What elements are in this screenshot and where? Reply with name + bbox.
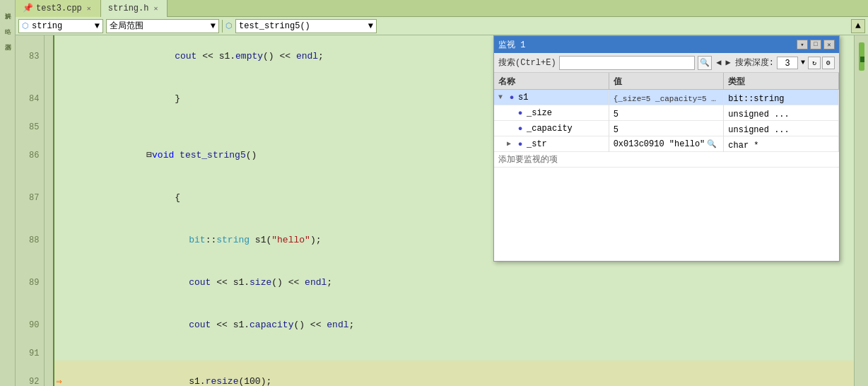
left-sidebar: 解决 略 测器 bbox=[0, 0, 16, 386]
search-nav: ◀ ▶ bbox=[715, 57, 732, 68]
search-prev-btn[interactable]: ◀ bbox=[715, 57, 722, 68]
depth-label: 搜索深度: bbox=[735, 57, 774, 69]
header-type: 类型 bbox=[724, 73, 839, 90]
function-dropdown[interactable]: test_string5() ▼ bbox=[235, 19, 377, 33]
tab-bar: 📌 test3.cpp ✕ string.h ✕ bbox=[16, 0, 868, 17]
watch-cell-type-capacity: unsigned ... bbox=[724, 121, 839, 136]
watch-title-text: 监视 1 bbox=[498, 39, 525, 51]
dropdown-arrow-2: ▼ bbox=[211, 21, 216, 31]
tab-close-icon-2[interactable]: ✕ bbox=[151, 4, 160, 13]
expand-triangle-s1[interactable]: ▼ bbox=[498, 90, 505, 105]
tab-pin-icon: 📌 bbox=[23, 3, 33, 13]
scope-icon: ⬡ bbox=[22, 21, 29, 30]
line-code: s1.resize(100); bbox=[64, 361, 854, 386]
search-input[interactable] bbox=[559, 56, 696, 70]
search-label: 搜索(Ctrl+E) bbox=[498, 57, 556, 69]
right-scrollbar[interactable] bbox=[854, 35, 868, 386]
header-value: 值 bbox=[609, 73, 725, 90]
breakpoint-area bbox=[54, 177, 64, 219]
watch-close-btn[interactable]: ✕ bbox=[823, 40, 835, 49]
depth-input[interactable] bbox=[777, 57, 798, 69]
line-number: 90 bbox=[16, 304, 44, 346]
watch-add-row[interactable]: 添加要监视的项 bbox=[494, 152, 839, 168]
line-indent bbox=[44, 134, 54, 177]
line-number: 83 bbox=[16, 35, 44, 78]
line-number: 89 bbox=[16, 262, 44, 304]
global-scope-dropdown[interactable]: 全局范围 ▼ bbox=[106, 19, 219, 33]
settings-button[interactable]: ⚙ bbox=[822, 57, 835, 69]
watch-icon-s1: ● bbox=[507, 93, 517, 103]
watch-cell-name-s1: ▼ ● s1 bbox=[494, 90, 609, 105]
line-number: 88 bbox=[16, 219, 44, 262]
watch-row-str[interactable]: ▶ ● _str 0x013c0910 "hello" 🔍 char * bbox=[494, 136, 839, 152]
watch-cell-type-str: char * bbox=[724, 136, 839, 152]
line-indent bbox=[44, 177, 54, 219]
breakpoint-area bbox=[54, 346, 64, 361]
tab-label: test3.cpp bbox=[36, 4, 82, 13]
line-number: 85 bbox=[16, 120, 44, 134]
watch-cell-name-size: ● _size bbox=[494, 105, 609, 121]
sidebar-icon-1[interactable]: 解决 bbox=[1, 1, 14, 14]
tab-label-2: string.h bbox=[108, 4, 149, 13]
line-indent bbox=[44, 120, 54, 134]
line-indent bbox=[44, 78, 54, 120]
watch-icon-capacity: ● bbox=[515, 124, 525, 134]
watch-icon-size: ● bbox=[515, 108, 525, 118]
watch-controls: ▾ □ ✕ bbox=[797, 40, 835, 49]
tab-stringh[interactable]: string.h ✕ bbox=[101, 0, 168, 17]
breakpoint-area bbox=[54, 35, 64, 78]
table-row: 90 cout << s1.capacity() << endl; bbox=[16, 304, 854, 346]
scope-dropdown[interactable]: ⬡ string ▼ bbox=[18, 19, 103, 33]
line-number: 92 bbox=[16, 361, 44, 386]
table-row: 89 cout << s1.size() << endl; bbox=[16, 262, 854, 304]
toolbar-up-button[interactable]: ▲ bbox=[851, 19, 865, 33]
watch-row-capacity[interactable]: ● _capacity 5 unsigned ... bbox=[494, 121, 839, 136]
watch-body: ▼ ● s1 {_size=5 _capacity=5 _str=0x013c.… bbox=[494, 90, 839, 261]
tab-close-icon[interactable]: ✕ bbox=[85, 4, 93, 13]
watch-cell-value-s1: {_size=5 _capacity=5 _str=0x013c... bbox=[609, 90, 725, 105]
code-panel[interactable]: 83 cout << s1.empty() << endl; 84 } bbox=[16, 35, 854, 386]
depth-dropdown-arrow[interactable]: ▼ bbox=[801, 59, 805, 66]
watch-cell-value-size: 5 bbox=[609, 105, 725, 121]
watch-cell-value-str: 0x013c0910 "hello" 🔍 bbox=[609, 136, 725, 152]
watch-name-str: _str bbox=[527, 136, 547, 152]
line-indent bbox=[44, 35, 54, 78]
watch-name-capacity: _capacity bbox=[527, 121, 573, 136]
function-dropdown-arrow: ▼ bbox=[368, 21, 373, 31]
search-next-btn[interactable]: ▶ bbox=[725, 57, 732, 68]
watch-minimize-btn[interactable]: ▾ bbox=[797, 40, 808, 49]
watch-row-size[interactable]: ● _size 5 unsigned ... bbox=[494, 105, 839, 121]
refresh-button[interactable]: ↻ bbox=[808, 57, 821, 69]
function-label: test_string5() bbox=[239, 21, 310, 31]
breakpoint-area bbox=[54, 262, 64, 304]
sidebar-icon-3[interactable]: 测器 bbox=[1, 33, 14, 45]
search-button[interactable]: 🔍 bbox=[698, 56, 712, 70]
main-content: 📌 test3.cpp ✕ string.h ✕ ⬡ string ▼ 全局范围… bbox=[16, 0, 868, 386]
toolbar-right-buttons: ▲ bbox=[851, 19, 865, 33]
tab-test3cpp[interactable]: 📌 test3.cpp ✕ bbox=[16, 0, 101, 17]
watch-name-size: _size bbox=[527, 105, 552, 121]
watch-panel: 监视 1 ▾ □ ✕ 搜索(Ctrl+E) 🔍 ◀ ▶ bbox=[493, 35, 840, 262]
toolbar: ⬡ string ▼ 全局范围 ▼ ⬡ test_string5() ▼ ▲ bbox=[16, 17, 868, 35]
watch-row-s1[interactable]: ▼ ● s1 {_size=5 _capacity=5 _str=0x013c.… bbox=[494, 90, 839, 105]
scrollbar-track[interactable] bbox=[859, 35, 864, 386]
watch-float-btn[interactable]: □ bbox=[810, 40, 821, 49]
watch-cell-value-capacity: 5 bbox=[609, 121, 725, 136]
scope-label: string bbox=[32, 21, 62, 31]
line-number: 86 bbox=[16, 134, 44, 177]
line-indent bbox=[44, 346, 54, 361]
function-icon: ⬡ bbox=[225, 21, 233, 30]
expand-triangle-str[interactable]: ▶ bbox=[507, 136, 514, 152]
breakpoint-area bbox=[54, 219, 64, 262]
sidebar-icon-2[interactable]: 略 bbox=[1, 17, 14, 30]
table-row: 91 bbox=[16, 346, 854, 361]
depth-icons: ↻ ⚙ bbox=[808, 57, 835, 69]
code-area: 83 cout << s1.empty() << endl; 84 } bbox=[16, 35, 868, 386]
watch-add-label: 添加要监视的项 bbox=[498, 153, 558, 165]
line-code bbox=[64, 346, 854, 361]
toolbar-separator bbox=[222, 20, 223, 33]
watch-cell-name-capacity: ● _capacity bbox=[494, 121, 609, 136]
line-indent bbox=[44, 304, 54, 346]
magnify-icon[interactable]: 🔍 bbox=[707, 136, 717, 152]
breakpoint-area bbox=[54, 78, 64, 120]
